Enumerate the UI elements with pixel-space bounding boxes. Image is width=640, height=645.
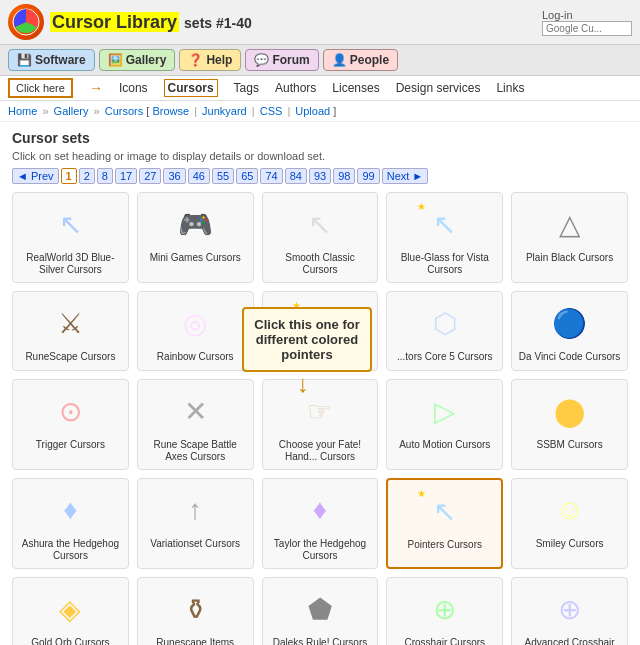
icons-link[interactable]: Icons <box>119 81 148 95</box>
cursor-item[interactable]: ✕Rune Scape Battle Axes Cursors <box>137 379 254 470</box>
page-2[interactable]: 2 <box>79 168 95 184</box>
page-65[interactable]: 65 <box>236 168 258 184</box>
cursor-label: Runescape Items Cursors <box>142 637 249 645</box>
logo-area: Cursor Library sets #1-40 <box>8 4 252 40</box>
help-label: Help <box>206 53 232 67</box>
cursor-label: ...tors Core 5 Cursors <box>397 351 493 363</box>
cursor-item[interactable]: ◎Rainbow Cursors <box>137 291 254 371</box>
gallery-button[interactable]: 🖼️ Gallery <box>99 49 176 71</box>
cursor-item[interactable]: ⬟Daleks Rule! Cursors <box>262 577 379 645</box>
cursor-label: SSBM Cursors <box>537 439 603 451</box>
cursor-icon: ♦ <box>290 485 350 535</box>
next-page[interactable]: Next ► <box>382 168 429 184</box>
cursor-icon: ✕ <box>165 386 225 436</box>
click-here-box[interactable]: Click here <box>8 78 73 98</box>
cursor-label: Choose your Fate! Hand... Cursors <box>267 439 374 463</box>
page-8[interactable]: 8 <box>97 168 113 184</box>
cursor-item[interactable]: ♦Taylor the Hedgehog Cursors <box>262 478 379 569</box>
design-services-link[interactable]: Design services <box>396 81 481 95</box>
cursor-item[interactable]: ⚱Runescape Items Cursors <box>137 577 254 645</box>
cursor-item[interactable]: ↑Variationset Cursors <box>137 478 254 569</box>
cursor-label: Blue-Glass for Vista Cursors <box>391 252 498 276</box>
cursor-item[interactable]: 🎮Mini Games Cursors <box>137 192 254 283</box>
cursor-item[interactable]: ▷Auto Motion Cursors <box>386 379 503 470</box>
cursor-item[interactable]: ⊕Advanced Crosshair Cursors <box>511 577 628 645</box>
cursor-icon: 🎮 <box>165 199 225 249</box>
page-74[interactable]: 74 <box>260 168 282 184</box>
cursor-icon: △ <box>540 199 600 249</box>
breadcrumb-browse[interactable]: Browse <box>152 105 189 117</box>
page-93[interactable]: 93 <box>309 168 331 184</box>
cursor-icon: 🔵 <box>540 298 600 348</box>
breadcrumb-upload[interactable]: Upload <box>295 105 330 117</box>
cursor-item[interactable]: ★ ↖Blue-Glass for Vista Cursors <box>386 192 503 283</box>
licenses-link[interactable]: Licenses <box>332 81 379 95</box>
cursor-item[interactable]: ⊕Crosshair Cursors <box>386 577 503 645</box>
breadcrumb-gallery[interactable]: Gallery <box>54 105 89 117</box>
people-button[interactable]: 👤 People <box>323 49 398 71</box>
cursor-item[interactable]: ♦Ashura the Hedgehog Cursors <box>12 478 129 569</box>
breadcrumb-cursors[interactable]: Cursors <box>105 105 144 117</box>
page-36[interactable]: 36 <box>163 168 185 184</box>
cursor-item[interactable]: ☺Smiley Cursors <box>511 478 628 569</box>
links-link[interactable]: Links <box>496 81 524 95</box>
cursor-item[interactable]: ⚔RuneScape Cursors <box>12 291 129 371</box>
forum-button[interactable]: 💬 Forum <box>245 49 318 71</box>
cursor-item[interactable]: ★ ↖Pointers Cursors <box>386 478 503 569</box>
breadcrumb-home[interactable]: Home <box>8 105 37 117</box>
cursor-item[interactable]: ↖Smooth Classic Cursors <box>262 192 379 283</box>
pagination: ◄ Prev 1 2 8 17 27 36 46 55 65 74 84 93 … <box>12 168 628 184</box>
site-title: Cursor Library sets #1-40 <box>50 12 252 33</box>
logo-icon <box>8 4 44 40</box>
cursor-grid: ↖RealWorld 3D Blue-Silver Cursors🎮Mini G… <box>12 192 628 645</box>
forum-label: Forum <box>272 53 309 67</box>
cursor-item[interactable]: ↖RealWorld 3D Blue-Silver Cursors <box>12 192 129 283</box>
page-17[interactable]: 17 <box>115 168 137 184</box>
cursor-item[interactable]: ⬤SSBM Cursors <box>511 379 628 470</box>
prev-page[interactable]: ◄ Prev <box>12 168 59 184</box>
search-input[interactable] <box>542 21 632 36</box>
page-84[interactable]: 84 <box>285 168 307 184</box>
help-button[interactable]: ❓ Help <box>179 49 241 71</box>
cursor-icon: ⚔ <box>40 298 100 348</box>
gallery-label: Gallery <box>126 53 167 67</box>
page-98[interactable]: 98 <box>333 168 355 184</box>
help-icon: ❓ <box>188 53 203 67</box>
people-label: People <box>350 53 389 67</box>
cursor-label: Advanced Crosshair Cursors <box>516 637 623 645</box>
cursors-link[interactable]: Cursors <box>164 79 218 97</box>
login-link[interactable]: Log-in <box>542 9 632 21</box>
cursor-item[interactable]: ⊙Trigger Cursors <box>12 379 129 470</box>
cursor-icon: ⊙ <box>40 386 100 436</box>
nav-bar: 💾 Software 🖼️ Gallery ❓ Help 💬 Forum 👤 P… <box>0 45 640 76</box>
cursor-label: Daleks Rule! Cursors <box>273 637 367 645</box>
breadcrumb: Home » Gallery » Cursors [ Browse | Junk… <box>0 101 640 122</box>
breadcrumb-css[interactable]: CSS <box>260 105 283 117</box>
tags-link[interactable]: Tags <box>234 81 259 95</box>
gallery-icon: 🖼️ <box>108 53 123 67</box>
cursor-item[interactable]: ◈Gold Orb Cursors <box>12 577 129 645</box>
page-99[interactable]: 99 <box>357 168 379 184</box>
cursor-item[interactable]: △Plain Black Cursors <box>511 192 628 283</box>
cursor-icon: ↑ <box>165 485 225 535</box>
software-label: Software <box>35 53 86 67</box>
breadcrumb-sep2: » <box>94 105 103 117</box>
page-1[interactable]: 1 <box>61 168 77 184</box>
breadcrumb-junkyard[interactable]: Junkyard <box>202 105 247 117</box>
cursor-item[interactable]: ☞Choose your Fate! Hand... Cursors <box>262 379 379 470</box>
authors-link[interactable]: Authors <box>275 81 316 95</box>
page-46[interactable]: 46 <box>188 168 210 184</box>
cursor-item[interactable]: ⬡...tors Core 5 Cursors <box>386 291 503 371</box>
bc-s3: | <box>194 105 200 117</box>
cursor-label: RealWorld 3D Blue-Silver Cursors <box>17 252 124 276</box>
section-title: Cursor sets <box>12 130 628 146</box>
cursor-label: Smooth Classic Cursors <box>267 252 374 276</box>
page-27[interactable]: 27 <box>139 168 161 184</box>
page-55[interactable]: 55 <box>212 168 234 184</box>
people-icon: 👤 <box>332 53 347 67</box>
title-subtitle: sets #1-40 <box>184 15 252 31</box>
software-button[interactable]: 💾 Software <box>8 49 95 71</box>
cursor-item[interactable]: 🔵Da Vinci Code Cursors <box>511 291 628 371</box>
cursor-icon: ★ ↖ <box>415 486 475 536</box>
cursor-label: Gold Orb Cursors <box>31 637 109 645</box>
